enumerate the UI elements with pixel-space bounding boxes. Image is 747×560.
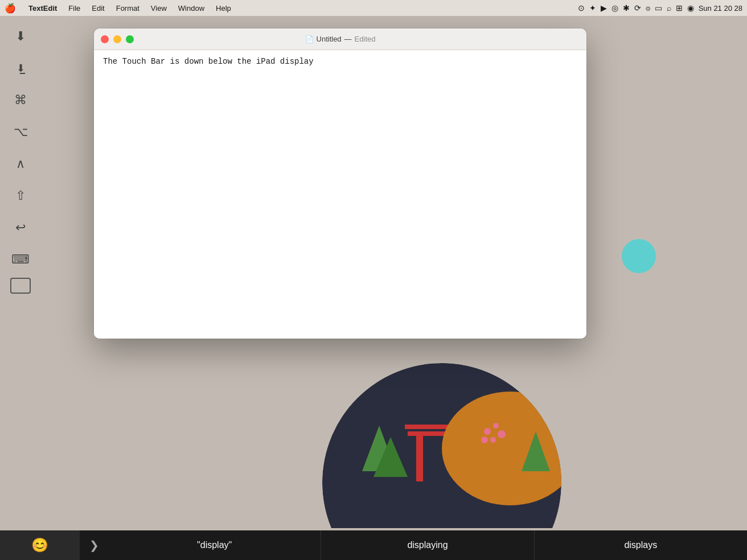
format-menu[interactable]: Format xyxy=(110,3,145,14)
edit-menu[interactable]: Edit xyxy=(86,3,110,14)
command-icon[interactable]: ⌘ xyxy=(7,87,34,114)
bluetooth-icon[interactable]: ✱ xyxy=(623,3,630,13)
desktop-illustration xyxy=(317,357,567,530)
battery-icon[interactable]: ▭ xyxy=(655,3,662,13)
app-name-menu[interactable]: TextEdit xyxy=(23,3,63,14)
window-title-text: Untitled xyxy=(317,35,342,43)
document-icon: 📄 xyxy=(305,35,314,43)
suggestion-displays[interactable]: displays xyxy=(534,530,747,560)
close-button[interactable] xyxy=(101,35,109,43)
document-text: The Touch Bar is down below the iPad dis… xyxy=(103,57,314,66)
upload-icon[interactable]: ⇧ xyxy=(7,182,34,209)
left-sidebar: ⬇ ⬇̲ ⌘ ⌥ ∧ ⇧ ↩ ⌨ xyxy=(0,16,41,530)
svg-point-10 xyxy=(493,423,499,429)
file-menu[interactable]: File xyxy=(63,3,86,14)
minimize-button[interactable] xyxy=(113,35,121,43)
menubar: 🍎 TextEdit File Edit Format View Window … xyxy=(0,0,747,16)
install-icon[interactable]: ⬇̲ xyxy=(7,55,34,82)
svg-point-11 xyxy=(498,430,506,438)
play-icon[interactable]: ▶ xyxy=(601,3,607,13)
dropbox-icon[interactable]: ✦ xyxy=(589,3,596,13)
display-off-icon[interactable] xyxy=(10,278,31,294)
chevron-up-icon[interactable]: ∧ xyxy=(7,150,34,178)
teal-decoration xyxy=(622,239,656,273)
suggestion-display-text: "display" xyxy=(197,540,232,550)
svg-rect-6 xyxy=(416,436,423,481)
touchbar: 😊 ❯ "display" displaying displays xyxy=(0,530,747,560)
search-icon[interactable]: ⌕ xyxy=(667,3,671,13)
option-icon[interactable]: ⌥ xyxy=(7,118,34,146)
privacy-icon[interactable]: ⊙ xyxy=(578,3,585,13)
apple-logo-icon[interactable]: 🍎 xyxy=(5,3,16,14)
touchbar-suggestions: "display" displaying displays xyxy=(108,530,747,560)
view-menu[interactable]: View xyxy=(145,3,173,14)
circle-icon[interactable]: ◎ xyxy=(611,3,618,13)
undo-icon[interactable]: ↩ xyxy=(7,214,34,241)
svg-point-13 xyxy=(481,437,488,443)
touchbar-arrow-button[interactable]: ❯ xyxy=(80,530,108,560)
control-center-icon[interactable]: ⊞ xyxy=(676,3,683,13)
download-icon[interactable]: ⬇ xyxy=(7,23,34,50)
siri-icon[interactable]: ◉ xyxy=(687,3,694,13)
suggestion-displaying[interactable]: displaying xyxy=(321,530,533,560)
time-machine-icon[interactable]: ⟳ xyxy=(634,3,641,13)
window-menu[interactable]: Window xyxy=(173,3,210,14)
emoji-button[interactable]: 😊 xyxy=(0,530,80,560)
wifi-icon[interactable]: ⌾ xyxy=(646,3,650,13)
suggestion-display[interactable]: "display" xyxy=(108,530,321,560)
menubar-right: ⊙ ✦ ▶ ◎ ✱ ⟳ ⌾ ▭ ⌕ ⊞ ◉ Sun 21 20 28 xyxy=(578,3,742,13)
menubar-left: 🍎 TextEdit File Edit Format View Window … xyxy=(5,3,237,14)
suggestion-displays-text: displays xyxy=(624,540,657,550)
suggestion-displaying-text: displaying xyxy=(407,540,448,550)
window-title: 📄 Untitled — Edited xyxy=(305,35,376,43)
help-menu[interactable]: Help xyxy=(210,3,237,14)
arrow-icon: ❯ xyxy=(89,538,99,552)
window-title-separator: — xyxy=(344,35,352,43)
keyboard-icon[interactable]: ⌨ xyxy=(7,246,34,273)
maximize-button[interactable] xyxy=(126,35,134,43)
document-content[interactable]: The Touch Bar is down below the iPad dis… xyxy=(94,50,586,339)
emoji-icon: 😊 xyxy=(31,537,48,553)
window-edited-label: Edited xyxy=(355,35,376,43)
clock-display: Sun 21 20 28 xyxy=(699,4,742,13)
svg-point-12 xyxy=(490,437,496,443)
textedit-window: 📄 Untitled — Edited The Touch Bar is dow… xyxy=(94,28,586,339)
svg-point-9 xyxy=(484,428,491,435)
traffic-lights xyxy=(101,35,134,43)
window-titlebar: 📄 Untitled — Edited xyxy=(94,28,586,50)
